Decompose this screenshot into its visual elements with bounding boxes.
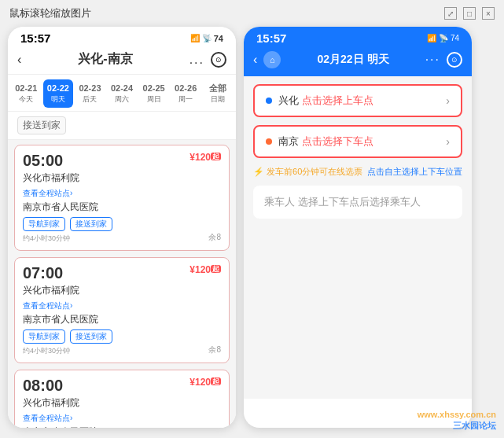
date-tab-0222[interactable]: 02-22 明天 xyxy=(43,79,74,108)
trip-to-0: 南京市省人民医院 xyxy=(23,201,221,214)
route-title: 兴化-南京 xyxy=(28,51,182,68)
right-phone: 15:57 📶 📡 74 ‹ ⌂ 02月22日 明天 ··· ⊙ 兴化 点击 xyxy=(244,27,472,428)
trip-from-2: 兴化市福利院 xyxy=(23,396,221,410)
watermark-url: www.xhssy.com.cn xyxy=(418,410,496,419)
main-content: 15:57 📶 📡 74 ‹ 兴化-南京 ... ⊙ 02-21 今天 02- xyxy=(0,27,504,436)
trip-time-1: 07:00 xyxy=(23,264,63,282)
signal-icon: 📶 xyxy=(190,34,200,42)
maximize-icon[interactable]: □ xyxy=(463,7,476,20)
date-tabs: 02-21 今天 02-22 明天 02-23 后天 02-24 周六 02-2… xyxy=(8,75,236,112)
trip-time-2: 08:00 xyxy=(23,377,63,395)
trip-time-0: 05:00 xyxy=(23,152,63,170)
trip-to-1: 南京市省人民医院 xyxy=(23,313,221,326)
trip-price-1: ¥120起 xyxy=(189,264,221,275)
battery-icon: 74 xyxy=(214,34,223,43)
home-icon[interactable]: ⌂ xyxy=(263,51,281,68)
right-status-bar: 15:57 📶 📡 74 xyxy=(244,27,472,48)
right-more-options[interactable]: ··· xyxy=(425,53,440,67)
title-bar-icons: ⤢ □ × xyxy=(444,7,495,20)
left-time: 15:57 xyxy=(20,31,50,45)
location-hint-right[interactable]: 点击自主选择上下车位置 xyxy=(367,166,462,178)
stop-from-name: 兴化 xyxy=(278,94,299,108)
trip-card-1[interactable]: 07:00 ¥120起 兴化市福利院 查看全程站点› 南京市省人民医院 导航到家… xyxy=(14,257,230,363)
window-title: 鼠标滚轮缩放图片 xyxy=(9,6,91,20)
stop-to-name: 南京 xyxy=(278,134,299,149)
right-body: 兴化 点击选择上车点 › 南京 点击选择下车点 › ⚡ 发车前60分钟可在线选票… xyxy=(244,76,472,399)
date-tab-0224[interactable]: 02-24 周六 xyxy=(107,79,138,108)
date-tab-0221[interactable]: 02-21 今天 xyxy=(11,79,42,108)
stop-from-card[interactable]: 兴化 点击选择上车点 › xyxy=(253,84,462,117)
external-link-icon[interactable]: ⤢ xyxy=(444,7,457,20)
trip-link-2[interactable]: 查看全程站点› xyxy=(23,414,72,422)
right-wifi-icon: 📡 xyxy=(439,34,448,42)
watermark-name: 三水园论坛 xyxy=(453,420,496,432)
stop-to-dot xyxy=(266,138,272,145)
passenger-section: 乘车人 选择上下车点后选择乘车人 xyxy=(253,186,462,219)
left-status-icons: 📶 📡 74 xyxy=(190,34,223,43)
location-hint-text: ⚡ 发车前60分钟可在线选票 xyxy=(253,166,362,178)
filter-row: 接送到家 xyxy=(8,112,236,140)
trip-remaining-0: 余8 xyxy=(208,232,221,243)
action-guide-1[interactable]: 导航到家 xyxy=(23,329,65,344)
filter-button[interactable]: 接送到家 xyxy=(17,116,66,134)
trip-price-0: ¥120起 xyxy=(189,152,221,163)
back-button[interactable]: ‹ xyxy=(17,53,21,67)
right-app-header: ‹ ⌂ 02月22日 明天 ··· ⊙ xyxy=(244,48,472,76)
trip-from-0: 兴化市福利院 xyxy=(23,171,221,185)
action-pickup-0[interactable]: 接送到家 xyxy=(70,217,112,231)
trip-link-0[interactable]: 查看全程站点› xyxy=(23,189,72,197)
stop-from-hint: 点击选择上车点 xyxy=(302,94,373,108)
more-options[interactable]: ... xyxy=(189,53,204,67)
right-status-icons: 📶 📡 74 xyxy=(427,34,459,42)
left-app-header: ‹ 兴化-南京 ... ⊙ xyxy=(8,48,236,75)
date-tab-0225[interactable]: 02-25 周日 xyxy=(138,79,169,108)
right-time: 15:57 xyxy=(256,31,286,45)
trips-container: 05:00 ¥120起 兴化市福利院 查看全程站点› 南京市省人民医院 导航到家… xyxy=(8,140,236,428)
trip-from-1: 兴化市福利院 xyxy=(23,284,221,297)
trip-price-2: ¥120起 xyxy=(189,377,221,388)
stop-to-hint: 点击选择下车点 xyxy=(302,134,373,149)
close-icon[interactable]: × xyxy=(482,7,495,20)
trip-to-2: 南京市省人民医院 xyxy=(23,425,221,428)
title-bar: 鼠标滚轮缩放图片 ⤢ □ × xyxy=(0,0,504,27)
left-status-bar: 15:57 📶 📡 74 xyxy=(8,27,236,48)
right-date-display: 02月22日 明天 xyxy=(287,53,418,67)
trip-duration-0: 约4小时30分钟 xyxy=(23,234,70,244)
date-tab-all[interactable]: 全部 日期 xyxy=(202,79,233,108)
action-pickup-1[interactable]: 接送到家 xyxy=(70,329,112,344)
passenger-label: 乘车人 选择上下车点后选择乘车人 xyxy=(264,196,421,208)
wifi-icon: 📡 xyxy=(202,34,212,42)
right-battery-icon: 74 xyxy=(451,34,459,42)
stop-from-arrow: › xyxy=(446,94,450,107)
trip-card-2[interactable]: 08:00 ¥120起 兴化市福利院 查看全程站点› 南京市省人民医院 导航到家… xyxy=(14,370,230,428)
right-back-button[interactable]: ‹ xyxy=(253,53,257,67)
stop-from-dot xyxy=(266,98,272,104)
trip-card-0[interactable]: 05:00 ¥120起 兴化市福利院 查看全程站点› 南京市省人民医院 导航到家… xyxy=(14,145,230,251)
trip-link-1[interactable]: 查看全程站点› xyxy=(23,301,72,310)
right-signal-icon: 📶 xyxy=(427,34,436,42)
trip-remaining-1: 余8 xyxy=(208,344,221,355)
left-phone: 15:57 📶 📡 74 ‹ 兴化-南京 ... ⊙ 02-21 今天 02- xyxy=(8,27,236,428)
location-hint-row: ⚡ 发车前60分钟可在线选票 点击自主选择上下车位置 xyxy=(253,166,462,178)
date-tab-0226[interactable]: 02-26 周一 xyxy=(171,79,201,108)
circle-button[interactable]: ⊙ xyxy=(211,52,226,68)
action-guide-0[interactable]: 导航到家 xyxy=(23,217,65,231)
stop-to-card[interactable]: 南京 点击选择下车点 › xyxy=(253,125,462,158)
trip-duration-1: 约4小时30分钟 xyxy=(23,346,70,356)
stop-to-arrow: › xyxy=(446,135,450,148)
right-circle-button[interactable]: ⊙ xyxy=(447,52,462,68)
date-tab-0223[interactable]: 02-23 后天 xyxy=(75,79,105,108)
